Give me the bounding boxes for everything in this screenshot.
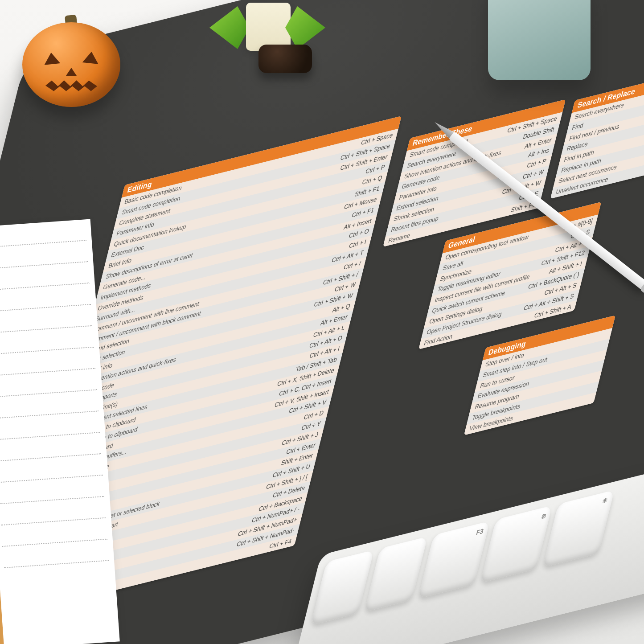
keyboard-key-brightness[interactable]: ☀ xyxy=(542,490,615,567)
keyboard-key[interactable] xyxy=(311,550,374,625)
keyboard-key-f3[interactable]: F3 xyxy=(418,521,490,599)
container-decoration xyxy=(488,0,591,80)
candy-decoration xyxy=(209,0,325,71)
keyboard-key-mission[interactable]: ⎚ xyxy=(480,505,552,583)
pumpkin-decoration xyxy=(22,18,120,107)
keyboard-key[interactable] xyxy=(364,537,427,612)
